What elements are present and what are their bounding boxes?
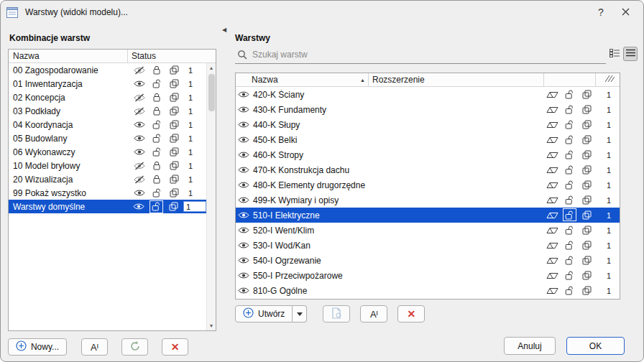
layers-icon[interactable] bbox=[578, 87, 595, 102]
unlock-icon[interactable] bbox=[561, 147, 578, 162]
unlock-icon[interactable] bbox=[561, 223, 578, 238]
delete-combination-button[interactable]: ✕ bbox=[162, 338, 188, 356]
combination-count-field[interactable]: 1 bbox=[183, 201, 206, 212]
wireframe-icon[interactable] bbox=[543, 132, 561, 147]
unlock-icon[interactable] bbox=[561, 283, 578, 298]
lock-icon[interactable] bbox=[148, 104, 165, 118]
layers-icon[interactable] bbox=[578, 268, 595, 283]
visibility-icon[interactable] bbox=[131, 77, 148, 90]
layer-combination-row[interactable]: 20 Wizualizacja1 bbox=[9, 172, 206, 186]
refresh-combination-button[interactable] bbox=[121, 338, 148, 356]
layer-row[interactable]: 550-I Przeciwpożarowe1 bbox=[236, 268, 620, 283]
layers-icon[interactable] bbox=[165, 172, 183, 186]
rename-layer-button[interactable]: Aᴵ bbox=[360, 305, 387, 322]
layers-icon[interactable] bbox=[165, 159, 183, 172]
layers-icon[interactable] bbox=[578, 102, 595, 117]
create-layer-button[interactable]: Utwórz bbox=[235, 305, 293, 322]
visibility-icon[interactable] bbox=[236, 151, 252, 159]
visibility-icon[interactable] bbox=[236, 181, 252, 189]
unlock-icon[interactable] bbox=[561, 132, 578, 147]
unlock-icon[interactable] bbox=[561, 192, 578, 208]
wireframe-icon[interactable] bbox=[543, 283, 561, 298]
unlock-icon[interactable] bbox=[561, 87, 578, 102]
layers-icon[interactable] bbox=[165, 77, 183, 90]
column-header-intersection-group[interactable] bbox=[595, 73, 620, 86]
scroll-up-icon[interactable]: ▲ bbox=[207, 63, 216, 73]
wireframe-icon[interactable] bbox=[543, 253, 561, 268]
unlock-icon[interactable] bbox=[561, 177, 578, 192]
new-combination-button[interactable]: Nowy... bbox=[8, 338, 67, 356]
help-button[interactable]: ? bbox=[589, 2, 613, 22]
layers-icon[interactable] bbox=[165, 145, 183, 159]
visibility-icon[interactable] bbox=[236, 211, 252, 219]
layers-icon[interactable] bbox=[578, 208, 595, 223]
layers-icon[interactable] bbox=[578, 192, 595, 208]
wireframe-icon[interactable] bbox=[543, 162, 561, 177]
visibility-icon[interactable] bbox=[236, 287, 252, 294]
layers-icon[interactable] bbox=[578, 223, 595, 238]
wireframe-icon[interactable] bbox=[543, 177, 561, 192]
visibility-icon[interactable] bbox=[236, 196, 252, 204]
visibility-off-icon[interactable] bbox=[131, 159, 148, 172]
layer-row[interactable]: 520-I Went/Klim1 bbox=[236, 223, 620, 238]
unlock-icon[interactable] bbox=[561, 117, 578, 132]
lock-icon[interactable] bbox=[148, 63, 165, 77]
wireframe-icon[interactable] bbox=[543, 192, 561, 208]
layer-row[interactable]: 530-I Wod/Kan1 bbox=[236, 238, 620, 253]
close-button[interactable] bbox=[613, 2, 638, 22]
wireframe-icon[interactable] bbox=[543, 223, 561, 238]
layer-combination-row[interactable]: 03 Podkłady1 bbox=[9, 104, 206, 118]
delete-layer-button[interactable]: ✕ bbox=[397, 305, 425, 322]
layer-combination-row[interactable]: 02 Koncepcja1 bbox=[9, 90, 206, 104]
unlock-icon[interactable] bbox=[148, 186, 165, 200]
visibility-icon[interactable] bbox=[236, 272, 252, 279]
visibility-icon[interactable] bbox=[131, 131, 148, 145]
layer-row[interactable]: 430-K Fundamenty1 bbox=[236, 102, 620, 117]
duplicate-layer-button[interactable] bbox=[323, 305, 350, 322]
column-header-extension[interactable]: Rozszerzenie bbox=[368, 73, 543, 86]
wireframe-icon[interactable] bbox=[543, 87, 561, 102]
layers-icon[interactable] bbox=[165, 131, 183, 145]
visibility-icon[interactable] bbox=[236, 241, 252, 249]
layer-combination-row[interactable]: 00 Zagospodarowanie1 bbox=[9, 63, 206, 77]
layers-icon[interactable] bbox=[578, 117, 595, 132]
layer-row[interactable]: 440-K Słupy1 bbox=[236, 117, 620, 132]
visibility-icon[interactable] bbox=[236, 166, 252, 174]
layer-combination-row[interactable]: 04 Koordynacja1 bbox=[9, 118, 206, 131]
visibility-icon[interactable] bbox=[236, 256, 252, 264]
unlock-icon[interactable] bbox=[561, 162, 578, 177]
layers-icon[interactable] bbox=[165, 186, 183, 200]
layers-icon[interactable] bbox=[165, 200, 182, 213]
layers-icon[interactable] bbox=[165, 90, 183, 104]
search-input[interactable] bbox=[252, 47, 600, 62]
layer-combination-row[interactable]: 99 Pokaż wszystko1 bbox=[9, 186, 206, 200]
panel-collapse-handle[interactable]: ◀ bbox=[218, 24, 230, 34]
wireframe-icon[interactable] bbox=[543, 238, 561, 253]
layers-icon[interactable] bbox=[578, 177, 595, 192]
layers-icon[interactable] bbox=[578, 253, 595, 268]
layers-icon[interactable] bbox=[578, 132, 595, 147]
wireframe-icon[interactable] bbox=[543, 102, 561, 117]
ok-button[interactable]: OK bbox=[566, 337, 625, 355]
unlock-icon[interactable] bbox=[561, 238, 578, 253]
visibility-off-icon[interactable] bbox=[131, 90, 148, 104]
titlebar[interactable]: Warstwy (widoki modelu)... ? bbox=[1, 1, 643, 24]
visibility-icon[interactable] bbox=[131, 186, 148, 200]
layer-row[interactable]: 480-K Elementy drugorzędne1 bbox=[236, 177, 620, 192]
layer-row[interactable]: 450-K Belki1 bbox=[236, 132, 620, 147]
unlock-icon[interactable] bbox=[561, 102, 578, 117]
unlock-icon[interactable] bbox=[148, 118, 165, 131]
wireframe-icon[interactable] bbox=[543, 268, 561, 283]
visibility-icon[interactable] bbox=[131, 145, 148, 159]
lock-icon[interactable] bbox=[148, 172, 165, 186]
lock-icon[interactable] bbox=[148, 159, 165, 172]
column-header-layer-name[interactable]: Nazwa ▲ bbox=[252, 75, 368, 85]
column-header-name[interactable]: Nazwa bbox=[9, 51, 127, 61]
layers-icon[interactable] bbox=[165, 104, 183, 118]
layer-row[interactable]: 470-K Konstrukcja dachu1 bbox=[236, 162, 620, 177]
rename-combination-button[interactable]: Aᴵ bbox=[81, 338, 108, 356]
unlock-icon[interactable] bbox=[147, 200, 165, 213]
unlock-icon[interactable] bbox=[148, 131, 165, 145]
unlock-icon[interactable] bbox=[148, 77, 165, 90]
layer-row[interactable]: 540-I Ogrzewanie1 bbox=[236, 253, 620, 268]
